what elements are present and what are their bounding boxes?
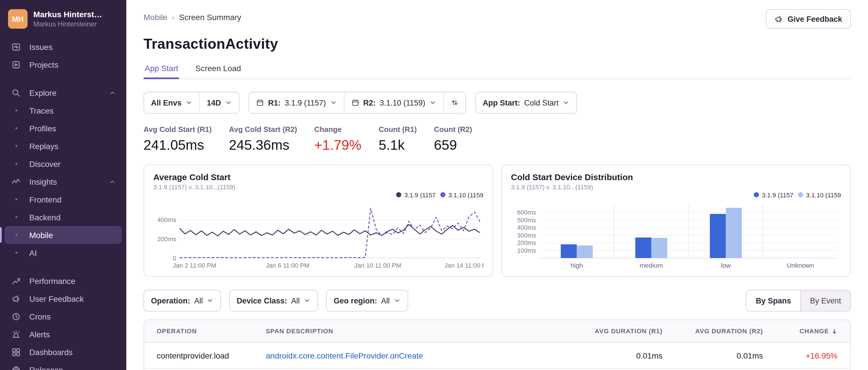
chevron-down-icon [563,99,569,106]
sidebar-item-performance[interactable]: Performance [5,272,122,290]
operation-filter: Operation: All [144,290,221,311]
stat-count-r1: Count (R1) 5.1k [379,125,417,153]
sidebar-item-dashboards[interactable]: Dashboards [5,343,122,361]
chevron-down-icon [186,99,193,106]
operation-value: All [194,296,203,305]
svg-text:100ms: 100ms [517,247,536,254]
table-row[interactable]: contentprovider.load androidx.core.conte… [144,342,850,369]
breadcrumb-separator-icon: › [172,12,175,22]
geo-region-filter-button[interactable]: Geo region: All [327,290,408,311]
date-range-label: 14D [207,98,221,107]
cell-avg-duration-r1: 0.01ms [556,351,662,360]
chevron-up-icon[interactable] [109,89,116,96]
toggle-by-event[interactable]: By Event [801,290,850,311]
sidebar-item-replays[interactable]: Replays [5,137,122,155]
device-class-filter: Device Class: All [229,290,318,311]
environment-filter-button[interactable]: All Envs [144,92,199,113]
give-feedback-button[interactable]: Give Feedback [766,9,851,29]
stat-value: 241.05ms [144,137,212,153]
sidebar-item-crons[interactable]: Crons [5,307,122,325]
sidebar-item-releases[interactable]: Releases [5,361,122,370]
legend-dot [798,192,803,197]
swap-releases-button[interactable] [443,92,465,113]
column-header-operation[interactable]: OPERATION [157,328,266,334]
stat-label: Count (R2) [434,125,472,134]
bullet-icon [10,163,22,165]
sidebar-item-backend[interactable]: Backend [5,208,122,226]
column-header-span-description[interactable]: SPAN DESCRIPTION [266,328,556,334]
legend-label: 3.1.10 (1159 [448,191,484,198]
stat-value: 245.36ms [229,137,297,153]
stat-label: Avg Cold Start (R2) [229,125,297,134]
chart-legend: 3.1.9 (1157 3.1.10 (1159 [153,191,484,199]
projects-icon [10,60,22,69]
clock-icon [10,312,22,321]
chart-title: Cold Start Device Distribution [511,172,841,182]
svg-text:Jan 6 11:00 PM: Jan 6 11:00 PM [266,262,309,269]
svg-text:300ms: 300ms [517,232,536,239]
svg-text:200ms: 200ms [157,235,176,243]
cell-operation: contentprovider.load [157,351,266,360]
sidebar-item-user-feedback[interactable]: User Feedback [5,290,122,307]
release-r2-button[interactable]: R2: 3.1.10 (1159) [344,92,443,113]
geo-region-value: All [381,296,390,305]
bullet-icon [10,234,22,236]
tab-screen-load[interactable]: Screen Load [194,64,242,78]
sidebar-item-explore[interactable]: Explore [5,84,122,102]
top-bar: Mobile › Screen Summary Give Feedback [144,0,851,29]
sidebar-item-traces[interactable]: Traces [5,102,122,119]
date-range-button[interactable]: 14D [199,92,239,113]
device-class-value: All [291,296,300,305]
chevron-down-icon [429,99,436,106]
sidebar-item-mobile[interactable]: Mobile [5,226,122,244]
sidebar-item-discover[interactable]: Discover [5,155,122,173]
column-header-avg-duration-r1[interactable]: AVG DURATION (R1) [556,328,662,334]
breadcrumb-mobile[interactable]: Mobile [144,12,167,22]
megaphone-icon [10,294,22,303]
env-period-group: All Envs 14D [144,92,239,113]
table-row-partial [144,369,850,370]
cell-avg-duration-r2: 0.01ms [662,351,763,360]
toggle-by-spans[interactable]: By Spans [747,290,801,311]
sidebar-item-frontend[interactable]: Frontend [5,191,122,208]
tab-bar: App Start Screen Load [144,64,851,79]
sidebar-item-label: Insights [29,177,57,186]
cell-span-description-link[interactable]: androidx.core.content.FileProvider.onCre… [266,351,556,360]
chart-subtitle: 3.1.9 (1157) v. 3.1.10...(1159) [511,183,841,191]
release-r1-button[interactable]: R1: 3.1.9 (1157) [249,92,344,113]
sidebar-item-alerts[interactable]: Alerts [5,325,122,343]
swap-arrows-icon [451,99,458,107]
sidebar-item-label: Mobile [29,230,53,239]
summary-stats: Avg Cold Start (R1) 241.05ms Avg Cold St… [144,125,851,153]
svg-text:400ms: 400ms [517,224,536,231]
sidebar-item-profiles[interactable]: Profiles [5,119,122,137]
release-r2-value: 3.1.10 (1159) [380,98,425,107]
app-start-prefix: App Start: [483,98,520,107]
sidebar-item-issues[interactable]: Issues [5,38,122,56]
device-class-filter-button[interactable]: Device Class: All [230,290,318,311]
sidebar-item-projects[interactable]: Projects [5,56,122,73]
chevron-up-icon[interactable] [109,178,116,185]
user-menu[interactable]: MH Markus Hinterst… Markus Hintersteiner [0,7,126,36]
avg-cold-start-chart-panel: Average Cold Start 3.1.9 (1157) v. 3.1.1… [144,165,493,277]
bullet-icon [10,199,22,200]
operation-filter-button[interactable]: Operation: All [144,290,221,311]
sidebar-item-label: Alerts [29,330,50,339]
sidebar-item-insights[interactable]: Insights [5,173,122,191]
app-start-type-button[interactable]: App Start: Cold Start [476,92,577,113]
bullet-icon [10,252,22,254]
column-header-avg-duration-r2[interactable]: AVG DURATION (R2) [662,328,763,334]
line-chart[interactable]: 0200ms400msJan 2 11:00 PMJan 6 11:00 PMJ… [153,199,484,274]
stat-value: 5.1k [379,137,417,153]
column-header-change[interactable]: CHANGE [763,328,838,334]
legend-label: 3.1.9 (1157 [762,191,794,198]
bar-chart[interactable]: 600ms500ms400ms300ms200ms100mshighmedium… [511,199,841,274]
issues-icon [10,42,22,51]
filter-bar: All Envs 14D R1: 3.1.9 (1157) R2: [144,92,851,113]
legend-dot [396,192,401,197]
user-name: Markus Hinterst… [33,10,102,19]
stat-label: Count (R1) [379,125,417,134]
sidebar-item-ai[interactable]: AI [5,244,122,262]
sidebar-item-label: Profiles [29,124,56,133]
tab-app-start[interactable]: App Start [144,64,179,78]
